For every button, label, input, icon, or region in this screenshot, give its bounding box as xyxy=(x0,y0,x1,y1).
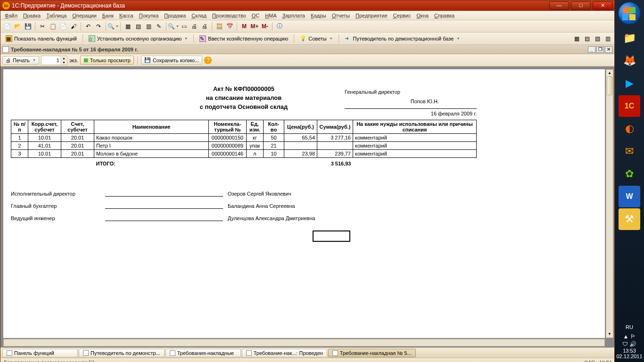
print2-icon[interactable]: 🖨 xyxy=(200,22,209,31)
menu-production[interactable]: Производство xyxy=(210,12,248,19)
menubar: Файл Правка Таблица Операции Банк Касса … xyxy=(0,11,614,20)
paste-icon[interactable]: 📄 xyxy=(58,22,68,31)
total-label: ИТОГО: xyxy=(94,158,209,168)
menu-windows[interactable]: Окна xyxy=(414,12,431,19)
dock-app3-icon[interactable]: ⚒ xyxy=(619,208,640,230)
menu-reports[interactable]: Отчеты xyxy=(330,12,352,19)
menu-purchase[interactable]: Покупка xyxy=(137,12,161,19)
taskbar-item[interactable]: Требование-накладная № 5... xyxy=(328,349,416,357)
show-panel-button[interactable]: ▦Показать панель функций xyxy=(2,34,80,43)
doc-icon xyxy=(83,350,89,356)
help-icon[interactable]: ⓘ xyxy=(275,22,284,31)
doc-restore-button[interactable]: ❐ xyxy=(596,46,604,53)
document-tab-bar: Требование-накладная № 5 от 16 февраля 2… xyxy=(0,45,614,54)
col-acct: Счет, субсчет xyxy=(61,120,94,134)
cut-icon[interactable]: ✂ xyxy=(38,22,47,31)
tool-c-icon[interactable]: ▧ xyxy=(593,34,602,43)
menu-cash[interactable]: Касса xyxy=(117,12,136,19)
m-plus-icon[interactable]: M+ xyxy=(250,22,259,31)
menu-file[interactable]: Файл xyxy=(2,12,20,19)
edit-icon[interactable]: ✎ xyxy=(154,22,164,31)
calc-icon[interactable]: 🧮 xyxy=(215,22,224,31)
open-icon[interactable]: 📂 xyxy=(13,22,22,31)
zoom-icon[interactable]: 🔍▼ xyxy=(169,22,178,31)
horizontal-scrollbar[interactable] xyxy=(3,339,605,346)
scroll-thumb[interactable] xyxy=(607,76,612,95)
start-button[interactable] xyxy=(618,2,641,25)
menu-edit[interactable]: Правка xyxy=(21,12,43,19)
window-title: 1С:Предприятие - Демонстрационная база xyxy=(12,2,549,9)
taskbar-item[interactable]: Панель функций xyxy=(2,349,78,357)
lang-indicator[interactable]: RU xyxy=(615,324,644,330)
save-copy-button[interactable]: 💾 Сохранить копию... xyxy=(141,56,202,65)
headers-icon[interactable]: ▤ xyxy=(133,22,143,31)
m-minus-icon[interactable]: M- xyxy=(260,22,270,31)
dock-icon[interactable]: ▥ xyxy=(144,22,153,31)
redo-icon[interactable]: ↷ xyxy=(94,22,103,31)
menu-os[interactable]: ОС xyxy=(249,12,262,19)
print-button[interactable]: 🖨 Печать▼ xyxy=(2,56,39,65)
doc-minimize-button[interactable]: _ xyxy=(588,46,595,53)
tips-button[interactable]: 💡Советы▼ xyxy=(297,34,336,43)
tool-d-icon[interactable]: ▥ xyxy=(603,34,612,43)
minimize-button[interactable]: — xyxy=(549,1,569,10)
close-button[interactable]: ✕ xyxy=(593,1,612,10)
dock-app2-icon[interactable]: ◐ xyxy=(619,118,640,140)
doc-close-button[interactable]: ✕ xyxy=(605,46,612,53)
taskbar-item[interactable]: Требования-накладные xyxy=(165,349,241,357)
menu-help[interactable]: Справка xyxy=(432,12,457,19)
dock-media-icon[interactable]: ▶ xyxy=(619,73,640,94)
scroll-down-icon[interactable]: ▼ xyxy=(606,331,613,337)
page-view-icon[interactable]: ▭ xyxy=(179,22,189,31)
spin-down-icon[interactable]: ▼ xyxy=(60,60,67,65)
print-icon[interactable]: 🖨 xyxy=(190,22,199,31)
calendar-icon[interactable]: 📅 xyxy=(225,22,234,31)
view-only-button[interactable]: ▦ Только просмотр xyxy=(80,56,134,65)
menu-salary[interactable]: Зарплата xyxy=(280,12,307,19)
tool-a-icon[interactable]: ▦ xyxy=(572,34,581,43)
copy-icon[interactable]: 📋 xyxy=(48,22,58,31)
menu-bank[interactable]: Банк xyxy=(100,12,116,19)
vertical-scrollbar[interactable]: ▲ ▼ xyxy=(606,69,613,338)
scroll-up-icon[interactable]: ▲ xyxy=(606,70,613,76)
find-icon[interactable]: 🔍▼ xyxy=(108,22,118,31)
new-icon[interactable]: 📄 xyxy=(2,22,12,31)
dock-icq-icon[interactable]: ✿ xyxy=(619,163,640,185)
copies-spinner[interactable]: ▲▼ xyxy=(41,56,67,65)
tool-b-icon[interactable]: ▤ xyxy=(582,34,592,43)
menu-table[interactable]: Таблица xyxy=(44,12,69,19)
menu-sale[interactable]: Продажа xyxy=(162,12,188,19)
enter-op-button[interactable]: ✎Ввести хозяйственную операцию xyxy=(196,34,291,43)
spin-up-icon[interactable]: ▲ xyxy=(60,56,67,60)
statusbar: Для получения подсказки нажмите F1 CAP N… xyxy=(0,358,614,362)
menu-enterprise[interactable]: Предприятие xyxy=(353,12,390,19)
doc-help-icon[interactable]: ? xyxy=(204,57,212,64)
menu-personnel[interactable]: Кадры xyxy=(308,12,329,19)
menu-service[interactable]: Сервис xyxy=(391,12,413,19)
menu-operations[interactable]: Операции xyxy=(70,12,99,19)
sign-role: Ведущий инженер xyxy=(11,215,105,221)
brush-icon[interactable]: 🖌 xyxy=(69,22,78,31)
dock-word-icon[interactable]: W xyxy=(619,186,640,207)
director-label: Генеральный директор xyxy=(345,89,477,95)
tray-time[interactable]: 13:53 xyxy=(615,348,644,354)
dock-outlook-icon[interactable]: ✉ xyxy=(619,140,640,162)
undo-icon[interactable]: ↶ xyxy=(83,22,93,31)
guide-button[interactable]: ➜Путеводитель по демонстрационной базе▼ xyxy=(341,34,463,43)
grid-icon[interactable]: ▦ xyxy=(123,22,132,31)
taskbar-item[interactable]: Путеводитель по демонстр... xyxy=(79,349,165,357)
maximize-button[interactable]: □ xyxy=(571,1,591,10)
menu-warehouse[interactable]: Склад xyxy=(189,12,209,19)
dock-firefox-icon[interactable]: 🦊 xyxy=(619,50,640,72)
dock-explorer-icon[interactable]: 📁 xyxy=(619,27,640,49)
tray-date[interactable]: 02.12.2011 xyxy=(615,354,644,359)
save-icon[interactable]: 💾 xyxy=(23,22,33,31)
taskbar-item[interactable]: Требование-нак...: Проведен xyxy=(242,349,327,357)
dock-1c-icon[interactable]: 1C xyxy=(619,95,640,117)
menu-nma[interactable]: НМА xyxy=(263,12,279,19)
set-org-button[interactable]: ⌂Установить основную организацию▼ xyxy=(85,34,191,43)
sign-line xyxy=(105,203,223,209)
copies-input[interactable] xyxy=(41,58,60,63)
m-store-icon[interactable]: M xyxy=(239,22,249,31)
tray-icons[interactable]: ▲ 🏳🛡 🔊 xyxy=(615,333,644,348)
